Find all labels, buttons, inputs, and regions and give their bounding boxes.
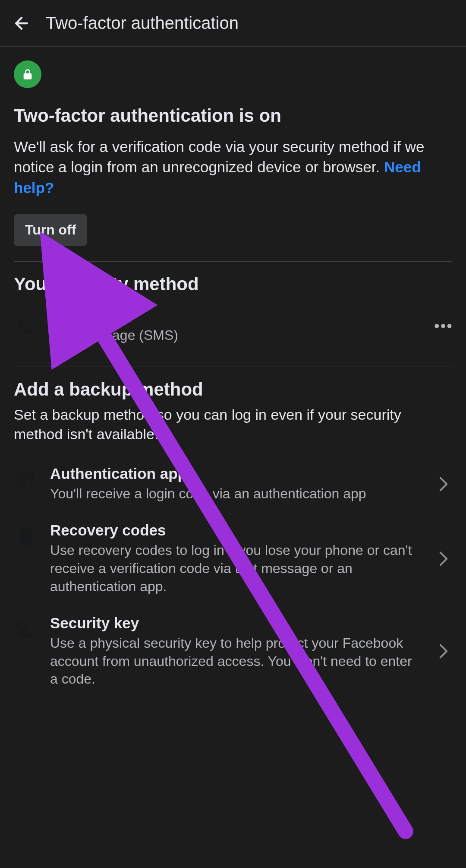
recovery-codes-icon <box>14 524 38 548</box>
backup-item-recovery-codes[interactable]: Recovery codes Use recovery codes to log… <box>14 512 452 605</box>
page-title: Two-factor authentication <box>46 13 239 33</box>
header-bar: Two-factor authentication <box>0 0 466 47</box>
chevron-button <box>435 551 452 567</box>
method-type-label: Text message (SMS) <box>50 326 423 345</box>
lock-icon <box>22 68 34 80</box>
backup-item-desc: Use recovery codes to log in if you lose… <box>50 542 423 596</box>
phone-icon <box>14 314 38 338</box>
backup-item-text: Authentication app You'll receive a logi… <box>50 465 423 503</box>
backup-item-text: Security key Use a physical security key… <box>50 615 423 688</box>
more-dots-icon: ••• <box>434 317 453 335</box>
security-method-text: (***) ***-**15 Text message (SMS) <box>50 307 423 345</box>
key-icon <box>16 619 36 640</box>
qr-icon <box>16 470 36 490</box>
status-description: We'll ask for a verification code via yo… <box>14 136 452 198</box>
divider <box>14 261 452 262</box>
status-heading: Two-factor authentication is on <box>14 105 452 126</box>
phone-icon-svg <box>16 317 35 336</box>
backup-item-title: Authentication app <box>50 465 423 482</box>
backup-item-desc: Use a physical security key to help prot… <box>50 634 423 688</box>
content-area: Two-factor authentication is on We'll as… <box>0 47 466 698</box>
chevron-button <box>435 643 452 659</box>
backup-item-auth-app[interactable]: Authentication app You'll receive a logi… <box>14 456 452 513</box>
back-button[interactable] <box>12 14 31 33</box>
phone-number-masked: (***) ***-**15 <box>50 307 423 325</box>
turn-off-button[interactable]: Turn off <box>14 214 87 246</box>
security-method-heading: Your security method <box>14 274 452 295</box>
backup-section-heading: Add a backup method <box>14 379 452 400</box>
chevron-right-icon <box>439 551 448 567</box>
arrow-left-icon <box>12 14 31 33</box>
status-description-text: We'll ask for a verification code via yo… <box>14 138 424 175</box>
method-more-button[interactable]: ••• <box>435 317 452 335</box>
chevron-button <box>435 476 452 492</box>
document-icon <box>17 526 35 547</box>
lock-badge <box>14 60 41 88</box>
auth-app-icon <box>14 468 38 492</box>
backup-item-security-key[interactable]: Security key Use a physical security key… <box>14 605 452 698</box>
backup-section-description: Set a backup method so you can log in ev… <box>14 405 452 443</box>
chevron-right-icon <box>439 643 448 659</box>
backup-item-title: Recovery codes <box>50 522 423 539</box>
backup-item-desc: You'll receive a login code via an authe… <box>50 485 423 503</box>
chevron-right-icon <box>439 476 448 492</box>
security-key-icon <box>14 617 38 641</box>
divider <box>14 367 452 367</box>
security-method-row[interactable]: (***) ***-**15 Text message (SMS) ••• <box>14 300 452 352</box>
backup-item-text: Recovery codes Use recovery codes to log… <box>50 522 423 596</box>
backup-item-title: Security key <box>50 615 423 632</box>
